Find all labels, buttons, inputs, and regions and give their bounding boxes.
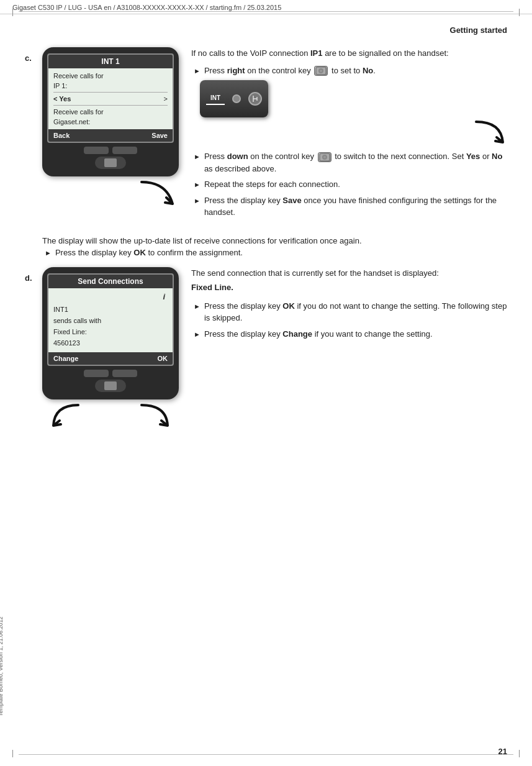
phone-btn-row-1 — [84, 147, 137, 154]
screen-d-row-3: Fixed Line: — [53, 327, 168, 336]
pointer-arrow-d-left — [48, 402, 83, 430]
main-content: c. INT 1 Receive calls for IP 1: < Yes > — [0, 41, 532, 454]
bullet-d-1: ► Press the display key OK if you do not… — [191, 300, 507, 324]
phone-soft-btn-left-d[interactable] — [84, 370, 109, 377]
int-text: INT — [210, 93, 220, 103]
phone-soft-btn-right[interactable] — [112, 147, 137, 154]
corner-br — [516, 750, 520, 757]
hline-bottom — [19, 754, 513, 755]
screen-change-btn[interactable]: Change — [53, 355, 78, 362]
header-text: Gigaset C530 IP / LUG - USA en / A31008-… — [12, 4, 281, 11]
int-arrow-area — [200, 119, 507, 147]
section-title-text: Getting started — [450, 25, 507, 35]
screen-row-1: Receive calls for — [53, 71, 168, 81]
bullet-c-3: ► Repeat the steps for each connection. — [191, 178, 507, 191]
step-c-intro: If no calls to the VoIP connection IP1 a… — [191, 47, 507, 60]
sidebar-text: Template Borneo, Version 1, 21.06.2012 — [0, 616, 4, 716]
screen-sep-1 — [53, 92, 168, 93]
bullet-text-d1: Press the display key OK if you do not w… — [204, 300, 507, 324]
phone-screen-c: INT 1 Receive calls for IP 1: < Yes > Re… — [47, 53, 174, 143]
phone-bottom-area-c — [47, 143, 174, 169]
bullet-arrow-4: ► — [194, 196, 201, 206]
between-cd-line1: The display will show the up-to-date lis… — [42, 236, 507, 245]
step-d-intro: The send connection that is currently se… — [191, 267, 507, 280]
int-pointer-arrow — [473, 119, 507, 147]
between-cd-bullet: ► Press the display key OK to confirm th… — [42, 248, 507, 257]
screen-save-btn[interactable]: Save — [151, 132, 168, 139]
screen-row-3: Receive calls for — [53, 107, 168, 117]
phone-bottom-area-d — [47, 366, 174, 392]
yes-arrow: > — [164, 95, 168, 103]
screen-bottom-c: Back Save — [48, 129, 173, 142]
phone-screen-d: Send Connections i INT1 sends calls with… — [47, 273, 174, 366]
envelope-icon — [104, 158, 117, 167]
bullet-arrow-ok: ► — [45, 249, 52, 257]
pointer-arrow-d-right — [138, 402, 173, 430]
section-title: Getting started — [0, 14, 532, 41]
screen-row-2: IP 1: — [53, 81, 168, 91]
phone-center-btn[interactable] — [95, 157, 126, 169]
phone-soft-btn-right-d[interactable] — [112, 370, 137, 377]
envelope-icon-d — [104, 381, 117, 390]
bullet-text-1: Press right on the control key to set to… — [204, 65, 507, 77]
step-d-label: d. — [25, 267, 42, 283]
screen-info-icon: i — [53, 291, 168, 303]
screen-title-d: Send Connections — [48, 275, 173, 288]
phone-outer-d: Send Connections i INT1 sends calls with… — [42, 267, 179, 399]
screen-bottom-d: Change OK — [48, 352, 173, 365]
screen-sep-2 — [53, 105, 168, 106]
arrow-area-c — [42, 179, 179, 213]
phone-mockup-c: INT 1 Receive calls for IP 1: < Yes > Re… — [42, 47, 179, 213]
bullet-arrow-3: ► — [194, 180, 201, 190]
int-icon-right — [248, 92, 262, 106]
bullet-c-2: ► Press down on the control key to switc… — [191, 150, 507, 175]
corner-bl — [12, 750, 16, 757]
phone-btn-row-d — [84, 370, 137, 377]
step-d-bold: Fixed Line. — [191, 281, 507, 294]
pointer-arrow-c — [135, 179, 179, 213]
svg-point-2 — [320, 70, 322, 72]
step-d-text: The send connection that is currently se… — [191, 267, 507, 344]
page-header: Gigaset C530 IP / LUG - USA en / A31008-… — [0, 0, 532, 14]
bullet-text-ok: Press the display key OK to confirm the … — [55, 248, 507, 257]
step-c-row: c. INT 1 Receive calls for IP 1: < Yes > — [25, 47, 507, 222]
bullet-arrow-d2: ► — [194, 329, 201, 340]
screen-ok-btn[interactable]: OK — [158, 355, 168, 362]
phone-soft-btn-left[interactable] — [84, 147, 109, 154]
screen-title-c: INT 1 — [48, 55, 173, 68]
svg-point-5 — [323, 156, 326, 158]
int-key-visual: INT — [200, 80, 268, 117]
screen-yes-row: < Yes > — [53, 94, 168, 104]
arrow-area-d — [42, 402, 179, 430]
int-label-block: INT — [206, 93, 225, 105]
bullet-text-3: Repeat the steps for each connection. — [204, 178, 507, 191]
bullet-arrow-1: ► — [194, 66, 201, 76]
corner-marks-bottom — [0, 754, 532, 766]
step-d-row: d. Send Connections i INT1 sends calls w… — [25, 267, 507, 430]
bullet-arrow-2: ► — [194, 152, 201, 162]
screen-d-row-2: sends calls with — [53, 316, 168, 325]
bullet-d-2: ► Press the display key Change if you wa… — [191, 328, 507, 340]
control-key-icon-2 — [318, 152, 331, 162]
screen-back-btn[interactable]: Back — [53, 132, 70, 139]
phone-center-btn-d[interactable] — [95, 380, 126, 392]
bullet-c-1: ► Press right on the control key to set … — [191, 65, 507, 77]
bullet-text-2: Press down on the control key to switch … — [204, 150, 507, 175]
int-key-block: INT — [191, 80, 507, 147]
phone-outer-c: INT 1 Receive calls for IP 1: < Yes > Re… — [42, 47, 179, 176]
between-cd: The display will show the up-to-date lis… — [25, 234, 507, 267]
screen-row-4: Gigaset.net: — [53, 117, 168, 127]
screen-body-c: Receive calls for IP 1: < Yes > Receive … — [48, 68, 173, 129]
bullet-text-4: Press the display key Save once you have… — [204, 194, 507, 219]
screen-body-d: i INT1 sends calls with Fixed Line: 4560… — [48, 288, 173, 352]
step-c-label: c. — [25, 47, 42, 63]
int-line — [206, 104, 225, 105]
bullet-arrow-d1: ► — [194, 301, 201, 312]
screen-d-row-4: 4560123 — [53, 339, 168, 347]
screen-d-row-1: INT1 — [53, 305, 168, 314]
int-circle — [232, 94, 241, 103]
yes-label: < Yes — [53, 95, 71, 103]
step-c-text: If no calls to the VoIP connection IP1 a… — [191, 47, 507, 222]
bullet-c-4: ► Press the display key Save once you ha… — [191, 194, 507, 219]
control-key-icon-1 — [314, 66, 328, 76]
